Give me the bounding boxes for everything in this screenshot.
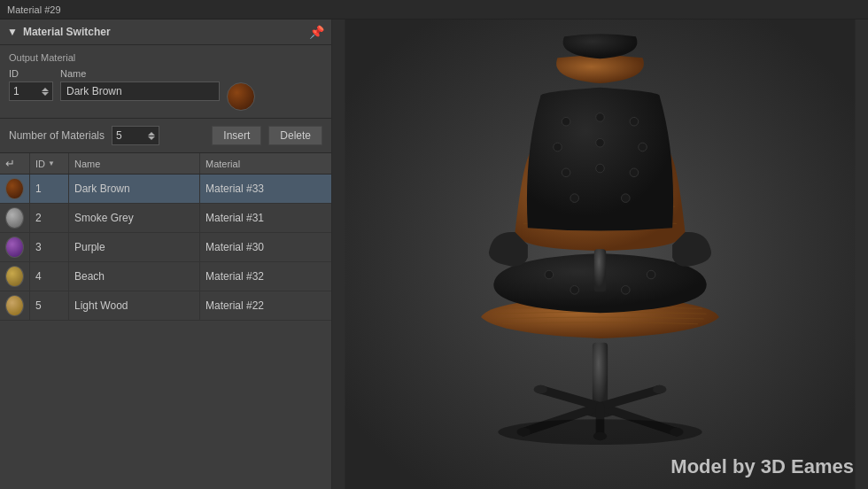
table-row[interactable]: 4 Beach Material #32 bbox=[0, 262, 331, 291]
row-material-cell: Material #32 bbox=[200, 262, 331, 291]
output-material-section: Output Material ID Name bbox=[0, 45, 331, 119]
row-swatch bbox=[5, 178, 24, 199]
row-name: Beach bbox=[74, 270, 105, 283]
svg-point-17 bbox=[622, 286, 631, 295]
output-material-swatch[interactable] bbox=[227, 82, 255, 111]
row-id: 4 bbox=[35, 270, 42, 283]
watermark-text: Model by 3D Eames bbox=[670, 455, 854, 478]
chair-svg bbox=[332, 19, 868, 489]
svg-point-27 bbox=[570, 194, 579, 203]
id-input[interactable] bbox=[13, 85, 38, 97]
th-swatch[interactable]: ↵ bbox=[0, 153, 30, 174]
row-material: Material #33 bbox=[205, 182, 264, 195]
delete-button[interactable]: Delete bbox=[268, 126, 322, 145]
row-name: Smoke Grey bbox=[74, 212, 134, 224]
row-name: Dark Brown bbox=[74, 182, 130, 195]
svg-point-21 bbox=[554, 143, 562, 151]
title-label: Material #29 bbox=[7, 4, 61, 15]
svg-point-25 bbox=[596, 164, 605, 173]
count-spinner[interactable] bbox=[112, 126, 159, 145]
count-label: Number of Materials bbox=[9, 129, 105, 142]
th-name-label: Name bbox=[74, 159, 100, 169]
row-swatch-cell bbox=[0, 233, 30, 261]
th-id[interactable]: ID ▼ bbox=[30, 153, 69, 174]
row-id: 1 bbox=[35, 182, 42, 195]
th-name[interactable]: Name bbox=[69, 153, 200, 174]
svg-point-23 bbox=[639, 143, 647, 151]
id-spinner-arrows bbox=[42, 88, 49, 96]
svg-point-20 bbox=[630, 117, 639, 126]
id-spinner-up[interactable] bbox=[42, 88, 49, 91]
panel-title-label: Material Switcher bbox=[23, 26, 111, 38]
svg-point-18 bbox=[562, 117, 570, 126]
row-material-cell: Material #22 bbox=[200, 291, 331, 320]
title-bar: Material #29 bbox=[0, 0, 868, 19]
row-material-cell: Material #33 bbox=[200, 175, 331, 203]
svg-point-13 bbox=[545, 270, 554, 279]
row-swatch bbox=[5, 266, 24, 287]
table-row[interactable]: 5 Light Wood Material #22 bbox=[0, 291, 331, 321]
left-panel: ▼ Material Switcher 📌 Output Material ID bbox=[0, 19, 332, 489]
count-spinner-arrows bbox=[148, 132, 155, 140]
row-material: Material #32 bbox=[205, 270, 264, 283]
row-material: Material #22 bbox=[205, 299, 264, 312]
id-col-label: ID bbox=[9, 68, 53, 79]
row-name-cell: Beach bbox=[69, 262, 200, 291]
name-input[interactable] bbox=[60, 82, 220, 101]
row-swatch-cell bbox=[0, 262, 30, 291]
row-material-cell: Material #30 bbox=[200, 233, 331, 261]
svg-point-22 bbox=[596, 138, 605, 147]
row-material: Material #31 bbox=[205, 212, 264, 224]
svg-point-11 bbox=[534, 385, 547, 394]
output-section-label: Output Material bbox=[9, 52, 322, 63]
output-row: ID Name bbox=[9, 68, 322, 111]
row-swatch bbox=[5, 207, 24, 229]
count-spinner-up[interactable] bbox=[148, 132, 155, 136]
panel-header: ▼ Material Switcher 📌 bbox=[0, 19, 331, 45]
row-id-cell: 4 bbox=[30, 262, 69, 291]
row-name: Light Wood bbox=[74, 299, 128, 312]
row-swatch bbox=[5, 295, 24, 316]
id-col: ID bbox=[9, 68, 53, 101]
svg-point-10 bbox=[653, 385, 666, 394]
insert-button[interactable]: Insert bbox=[212, 126, 261, 145]
th-id-label: ID bbox=[35, 159, 45, 169]
row-id: 2 bbox=[35, 212, 42, 224]
table-row[interactable]: 2 Smoke Grey Material #31 bbox=[0, 204, 331, 233]
row-swatch-cell bbox=[0, 175, 30, 203]
count-input[interactable] bbox=[116, 129, 139, 142]
row-id-cell: 1 bbox=[30, 175, 69, 203]
th-material[interactable]: Material bbox=[200, 153, 331, 174]
pin-icon[interactable]: 📌 bbox=[309, 25, 324, 39]
swatch-col bbox=[227, 68, 255, 111]
row-material-cell: Material #31 bbox=[200, 204, 331, 232]
right-panel: Model by 3D Eames bbox=[332, 19, 868, 489]
row-name-cell: Light Wood bbox=[69, 291, 200, 320]
svg-point-19 bbox=[596, 113, 605, 122]
svg-point-24 bbox=[562, 168, 570, 177]
id-spinner-down[interactable] bbox=[42, 92, 49, 96]
row-id: 5 bbox=[35, 299, 42, 312]
count-spinner-down[interactable] bbox=[148, 136, 155, 140]
collapse-arrow-icon[interactable]: ▼ bbox=[7, 26, 18, 38]
table-row[interactable]: 3 Purple Material #30 bbox=[0, 233, 331, 262]
materials-table: ↵ ID ▼ Name Material 1 bbox=[0, 153, 331, 489]
svg-rect-29 bbox=[594, 249, 606, 291]
id-spinner[interactable] bbox=[9, 82, 53, 101]
svg-point-28 bbox=[622, 194, 631, 203]
cursor-header-icon: ↵ bbox=[5, 157, 15, 170]
svg-point-26 bbox=[630, 168, 639, 177]
chair-render bbox=[332, 19, 868, 489]
svg-point-15 bbox=[647, 270, 655, 279]
row-id: 3 bbox=[35, 241, 42, 253]
svg-point-30 bbox=[498, 419, 701, 445]
count-section: Number of Materials Insert Delete bbox=[0, 119, 331, 153]
table-row[interactable]: 1 Dark Brown Material #33 bbox=[0, 175, 331, 204]
th-material-label: Material bbox=[205, 159, 240, 169]
row-id-cell: 3 bbox=[30, 233, 69, 261]
table-body: 1 Dark Brown Material #33 2 Smoke Grey M… bbox=[0, 175, 331, 321]
main-content: ▼ Material Switcher 📌 Output Material ID bbox=[0, 19, 868, 489]
row-name-cell: Purple bbox=[69, 233, 200, 261]
sort-icon: ▼ bbox=[48, 159, 55, 167]
table-header: ↵ ID ▼ Name Material bbox=[0, 153, 331, 175]
